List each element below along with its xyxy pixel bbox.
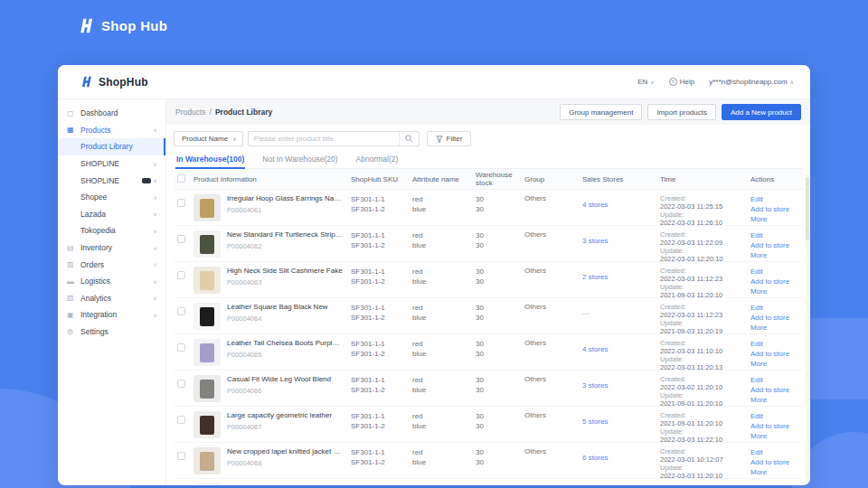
product-image [193, 267, 221, 294]
search-field-selector[interactable]: Product Name ∨ [174, 131, 243, 146]
product-id: P00004065 [227, 351, 343, 359]
product-name[interactable]: New Standard Fit Turtleneck Striped [227, 230, 343, 239]
edit-link[interactable]: Edit [750, 194, 799, 204]
product-name[interactable]: Leather Square Bag Black New [227, 303, 328, 311]
product-name[interactable]: Casual Fit Wide Leg Wool Blend [227, 375, 331, 383]
sales-stores-link[interactable]: 3 stores [582, 237, 608, 245]
add-to-store-link[interactable]: Add to store [750, 349, 799, 359]
product-name[interactable]: High Neck Side Slit Cashmere Fake [227, 267, 343, 275]
row-checkbox[interactable] [177, 452, 185, 460]
sku-value: SF301-1-1 [351, 447, 409, 457]
sidebar-item-shopee[interactable]: Shopee∨ [58, 189, 165, 206]
time-label: Update: [660, 211, 747, 219]
tab-in-warehouse[interactable]: In Warehouse(100) [175, 152, 245, 169]
attribute-value: red [412, 375, 472, 385]
more-link[interactable]: More [750, 250, 799, 260]
sales-stores-link[interactable]: 5 stores [582, 418, 608, 426]
product-image [193, 447, 221, 474]
edit-link[interactable]: Edit [750, 303, 799, 313]
time-value: 2022-03-03 11:12:23 [660, 311, 747, 319]
more-link[interactable]: More [750, 467, 799, 477]
product-image-content [200, 416, 214, 435]
edit-link[interactable]: Edit [750, 375, 799, 385]
help-menu[interactable]: ? Help [669, 78, 694, 86]
sidebar-item-orders[interactable]: ▥Orders∨ [58, 256, 165, 273]
add-to-store-link[interactable]: Add to store [750, 421, 799, 431]
sidebar-item-shopline[interactable]: SHOPLINE∨ [58, 172, 165, 189]
product-name[interactable]: Large capacity geometric leather [227, 411, 332, 419]
edit-link[interactable]: Edit [750, 411, 799, 421]
breadcrumb-parent[interactable]: Products [175, 108, 206, 117]
sidebar-item-analytics[interactable]: ▧Analytics∨ [58, 290, 165, 307]
edit-link[interactable]: Edit [750, 230, 799, 240]
sidebar-item-lazada[interactable]: Lazada∨ [58, 206, 165, 223]
select-all-checkbox[interactable] [177, 174, 185, 183]
time-label: Created: [660, 339, 747, 347]
account-menu[interactable]: y***n@shoplineapp.com ∧ [709, 78, 794, 86]
sidebar-item-inventory[interactable]: ▤Inventory∨ [58, 239, 165, 257]
sidebar-item-tokopedia[interactable]: Tokopedia∨ [58, 222, 165, 239]
product-name[interactable]: Leather Tail Chelsea Boots Purple New [227, 339, 343, 347]
row-checkbox[interactable] [177, 416, 185, 424]
attribute-value: red [412, 267, 472, 277]
sidebar-item-integration[interactable]: ▣Integration∨ [58, 306, 165, 324]
logistics-icon: ▬ [67, 277, 77, 286]
language-selector[interactable]: EN ∨ [637, 78, 655, 86]
search-button[interactable] [399, 132, 419, 145]
filter-button[interactable]: Filter [427, 131, 472, 146]
add-new-product-button[interactable]: Add a New product [722, 104, 801, 120]
edit-link[interactable]: Edit [750, 447, 799, 457]
add-to-store-link[interactable]: Add to store [750, 385, 799, 395]
sidebar-item-products[interactable]: ▦Products∧ [58, 122, 165, 139]
row-checkbox[interactable] [177, 271, 185, 279]
help-label: Help [680, 78, 694, 86]
sidebar-item-product-library[interactable]: Product Library [58, 138, 165, 155]
add-to-store-link[interactable]: Add to store [750, 240, 799, 250]
table-scrollbar[interactable] [806, 175, 809, 484]
add-to-store-link[interactable]: Add to store [750, 313, 799, 323]
edit-link[interactable]: Edit [750, 339, 799, 349]
add-to-store-link[interactable]: Add to store [750, 457, 799, 467]
attribute-value: red [412, 411, 472, 421]
scrollbar-thumb[interactable] [806, 177, 809, 240]
tab-abnormal[interactable]: Abnormal(2) [355, 152, 400, 168]
row-checkbox[interactable] [177, 343, 185, 352]
add-to-store-link[interactable]: Add to store [750, 204, 799, 214]
more-link[interactable]: More [750, 431, 799, 441]
group-management-button[interactable]: Group management [560, 104, 642, 120]
product-name[interactable]: Irregular Hoop Glass Earrings Navy... [227, 194, 343, 202]
row-checkbox[interactable] [177, 199, 185, 207]
add-to-store-link[interactable]: Add to store [750, 277, 799, 286]
sidebar-item-shopline[interactable]: SHOPLINE∨ [58, 155, 165, 173]
sales-stores-link[interactable]: 4 stores [582, 345, 608, 353]
product-name[interactable]: New cropped lapel knitted jacket beige [227, 447, 343, 455]
table-row: New cropped lapel knitted jacket beigeP0… [174, 443, 803, 479]
row-checkbox[interactable] [177, 235, 185, 243]
sidebar-item-logistics[interactable]: ▬Logistics∨ [58, 273, 165, 290]
import-products-button[interactable]: Import products [647, 104, 716, 120]
more-link[interactable]: More [750, 286, 799, 296]
more-link[interactable]: More [750, 359, 799, 369]
sidebar-item-settings[interactable]: ⚙Settings [58, 324, 165, 341]
chevron-down-icon: ∨ [154, 295, 157, 301]
time-label: Update: [660, 391, 747, 399]
time-value: 2022-03-03 11:25:15 [660, 202, 747, 211]
row-checkbox[interactable] [177, 307, 185, 315]
inventory-icon: ▤ [67, 244, 77, 252]
product-name[interactable]: New cropped lapel knitted jacket beige [227, 483, 343, 484]
more-link[interactable]: More [750, 323, 799, 333]
row-checkbox[interactable] [177, 380, 185, 388]
sales-stores-link[interactable]: 2 stores [582, 273, 608, 281]
sales-stores-link[interactable]: 4 stores [582, 201, 608, 209]
edit-link[interactable]: Edit [750, 483, 799, 484]
sku-value: SF301-1-1 [351, 411, 409, 421]
sidebar-item-dashboard[interactable]: ▢Dashboard [58, 105, 165, 122]
more-link[interactable]: More [750, 395, 799, 405]
more-link[interactable]: More [750, 214, 799, 224]
sales-stores-link[interactable]: 6 stores [582, 454, 608, 462]
tab-not-in-warehouse[interactable]: Not In Warehouse(20) [261, 152, 338, 168]
search-input[interactable] [249, 132, 399, 145]
edit-link[interactable]: Edit [750, 267, 799, 277]
filter-icon [436, 136, 443, 143]
sales-stores-link[interactable]: 3 stores [582, 381, 608, 389]
